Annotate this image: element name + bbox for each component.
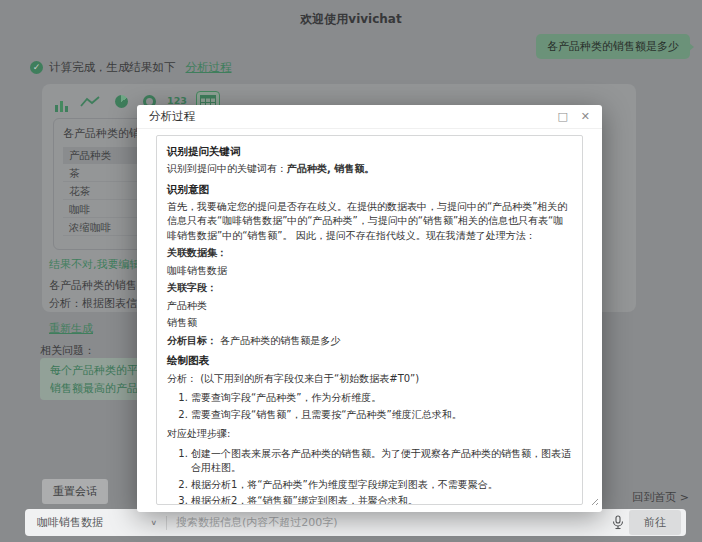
- field-value: 产品种类: [167, 299, 572, 314]
- section-heading: 识别提问关键词: [167, 144, 572, 159]
- analysis-process-modal: 分析过程 □ ✕ 识别提问关键词 识别到提问中的关键词有：产品种类, 销售额。 …: [137, 105, 602, 512]
- maximize-icon[interactable]: □: [557, 111, 567, 122]
- check-circle-icon: ✓: [30, 61, 43, 74]
- status-text: 计算完成，生成结果如下: [49, 60, 176, 75]
- chevron-down-icon: ∨: [150, 519, 157, 527]
- dataset-label: 关联数据集：: [167, 246, 572, 261]
- section-heading: 识别意图: [167, 182, 572, 197]
- goal-value: 各产品种类的销售额是多少: [220, 335, 340, 346]
- close-icon[interactable]: ✕: [581, 111, 590, 122]
- steps-label: 对应处理步骤:: [167, 427, 572, 442]
- fields-label: 关联字段：: [167, 281, 572, 296]
- message-input-bar: 咖啡销售数据 ∨ 前往: [25, 509, 686, 536]
- modal-title: 分析过程: [149, 109, 195, 124]
- related-questions-label: 相关问题：: [40, 343, 95, 358]
- bar-chart-icon[interactable]: [48, 90, 74, 112]
- regenerate-link[interactable]: 重新生成: [49, 321, 93, 336]
- keywords-prefix: 识别到提问中的关键词有：: [167, 163, 287, 174]
- divider: [166, 516, 167, 530]
- status-row: ✓ 计算完成，生成结果如下 分析过程: [30, 60, 232, 75]
- analysis-item: 需要查询字段“销售额”，且需要按“产品种类”维度汇总求和。: [191, 408, 572, 423]
- keywords-value: 产品种类, 销售额。: [287, 163, 374, 174]
- steps-list: 创建一个图表来展示各产品种类的销售额。为了便于观察各产品种类的销售额，图表适合用…: [167, 447, 572, 505]
- field-value: 销售额: [167, 316, 572, 331]
- intent-paragraph: 首先，我要确定您的提问是否存在歧义。在提供的数据表中，与提问中的“产品种类”相关…: [167, 200, 572, 244]
- dataset-selected-value: 咖啡销售数据: [37, 515, 103, 530]
- back-home-link[interactable]: 回到首页 >: [632, 490, 689, 505]
- reset-session-button[interactable]: 重置会话: [42, 479, 108, 504]
- step-item: 根据分析2，将“销售额”绑定到图表，并聚合求和。: [191, 494, 572, 505]
- line-chart-icon[interactable]: [74, 90, 106, 112]
- search-input[interactable]: [176, 516, 607, 529]
- modal-header: 分析过程 □ ✕: [137, 105, 602, 129]
- keywords-line: 识别到提问中的关键词有：产品种类, 销售额。: [167, 162, 572, 177]
- analysis-process-link[interactable]: 分析过程: [186, 60, 232, 75]
- send-button[interactable]: 前往: [629, 510, 681, 535]
- step-item: 创建一个图表来展示各产品种类的销售额。为了便于观察各产品种类的销售额，图表适合用…: [191, 447, 572, 476]
- analysis-list: 需要查询字段“产品种类”，作为分析维度。 需要查询字段“销售额”，且需要按“产品…: [167, 391, 572, 422]
- goal-label: 分析目标：: [167, 335, 217, 346]
- chart-note: 分析： (以下用到的所有字段仅来自于“初始数据表#T0”): [167, 372, 572, 387]
- analysis-document: 识别提问关键词 识别到提问中的关键词有：产品种类, 销售额。 识别意图 首先，我…: [156, 135, 583, 505]
- dataset-selector[interactable]: 咖啡销售数据 ∨: [37, 515, 157, 530]
- microphone-icon[interactable]: [607, 515, 629, 530]
- app-title: 欢迎使用vivichat: [0, 11, 702, 28]
- section-heading: 绘制图表: [167, 353, 572, 368]
- goal-line: 分析目标： 各产品种类的销售额是多少: [167, 334, 572, 349]
- pie-chart-icon[interactable]: [106, 90, 136, 112]
- edit-result-link[interactable]: 结果不对,我要编辑: [49, 257, 141, 272]
- analysis-item: 需要查询字段“产品种类”，作为分析维度。: [191, 391, 572, 406]
- resize-handle-icon[interactable]: [590, 491, 599, 510]
- dataset-value: 咖啡销售数据: [167, 264, 572, 279]
- user-message-bubble: 各产品种类的销售额是多少: [536, 34, 690, 59]
- step-item: 根据分析1，将“产品种类”作为维度型字段绑定到图表，不需要聚合。: [191, 478, 572, 493]
